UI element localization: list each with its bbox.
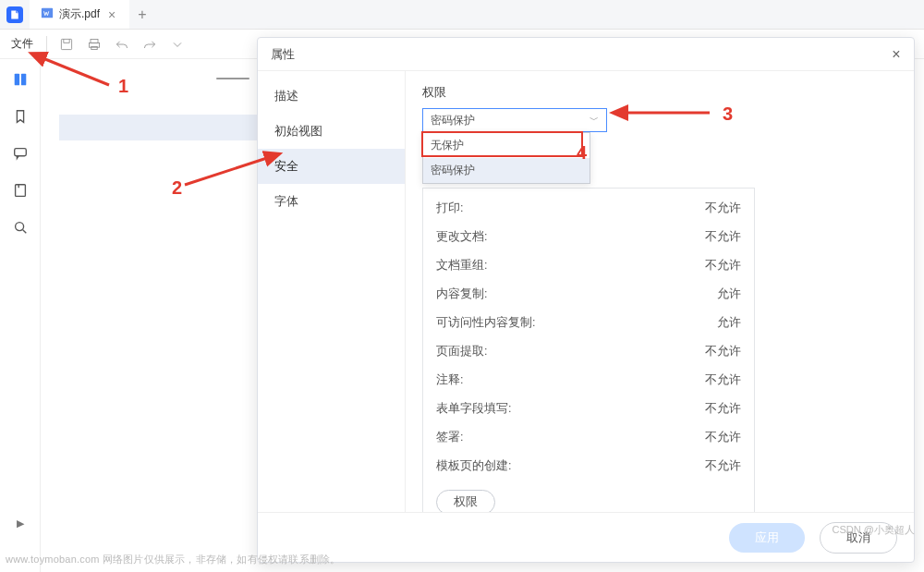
- save-button[interactable]: [55, 32, 79, 56]
- dialog-content: 权限 密码保护 ﹀ 无保护密码保护 打印:不允许更改文档:不允许文档重组:不允许…: [406, 71, 914, 512]
- permission-value: 不允许: [705, 229, 741, 245]
- permission-value: 不允许: [705, 430, 741, 445]
- permission-label: 模板页的创建:: [436, 458, 511, 474]
- dialog-header: 属性 ×: [258, 38, 914, 71]
- svg-rect-7: [14, 149, 26, 156]
- permissions-button[interactable]: 权限: [436, 490, 495, 512]
- section-title: 权限: [422, 84, 897, 101]
- permission-value: 不允许: [705, 201, 741, 216]
- permission-row: 更改文档:不允许: [436, 223, 741, 251]
- permission-label: 页面提取:: [436, 344, 487, 359]
- permission-value: 不允许: [705, 344, 741, 359]
- app-logo: [0, 0, 30, 29]
- protection-select[interactable]: 密码保护 ﹀: [422, 108, 607, 132]
- comments-panel-button[interactable]: [9, 142, 31, 164]
- protection-option[interactable]: 无保护: [423, 133, 590, 158]
- permission-label: 打印:: [436, 201, 463, 216]
- properties-dialog: 属性 × 描述初始视图安全字体 权限 密码保护 ﹀ 无保护密码保护 打印:不允许…: [257, 37, 915, 563]
- svg-rect-6: [20, 74, 25, 86]
- permission-row: 可访问性内容复制:允许: [436, 309, 741, 337]
- svg-rect-5: [14, 74, 18, 86]
- svg-rect-8: [15, 185, 25, 197]
- toolbar-separator: [46, 36, 47, 53]
- permission-value: 不允许: [705, 401, 741, 417]
- sidebar-item-fonts[interactable]: 字体: [258, 184, 405, 219]
- permission-label: 表单字段填写:: [436, 401, 511, 417]
- permission-row: 表单字段填写:不允许: [436, 395, 741, 423]
- svg-point-9: [15, 223, 23, 231]
- permissions-panel: 打印:不允许更改文档:不允许文档重组:不允许内容复制:允许可访问性内容复制:允许…: [422, 188, 755, 512]
- bookmarks-panel-button[interactable]: [9, 105, 31, 128]
- permission-row: 文档重组:不允许: [436, 251, 741, 280]
- attachments-panel-button[interactable]: [9, 179, 31, 201]
- dialog-close-button[interactable]: ×: [888, 46, 905, 63]
- tab-title: 演示.pdf: [59, 6, 100, 22]
- print-button[interactable]: [82, 32, 106, 56]
- permission-label: 可访问性内容复制:: [436, 315, 535, 331]
- permission-row: 签署:不允许: [436, 423, 741, 452]
- dialog-footer: 应用 取消: [258, 512, 914, 562]
- permission-value: 允许: [717, 315, 741, 331]
- dialog-sidebar: 描述初始视图安全字体: [258, 71, 406, 512]
- apply-button[interactable]: 应用: [729, 523, 805, 553]
- new-tab-button[interactable]: +: [129, 0, 155, 29]
- word-doc-icon: [41, 6, 54, 23]
- sidebar-item-security[interactable]: 安全: [258, 149, 405, 184]
- permission-label: 内容复制:: [436, 286, 487, 302]
- permission-value: 不允许: [705, 372, 741, 388]
- permission-label: 更改文档:: [436, 229, 487, 245]
- permission-label: 注释:: [436, 372, 463, 388]
- sidebar-item-initview[interactable]: 初始视图: [258, 114, 405, 149]
- undo-button[interactable]: [110, 32, 134, 56]
- permission-row: 模板页的创建:不允许: [436, 452, 741, 481]
- permission-value: 不允许: [705, 258, 741, 274]
- permission-label: 签署:: [436, 430, 463, 445]
- svg-rect-0: [42, 7, 53, 18]
- redo-button[interactable]: [138, 32, 162, 56]
- permission-label: 文档重组:: [436, 258, 487, 274]
- dialog-title: 属性: [271, 46, 295, 63]
- permission-row: 注释:不允许: [436, 366, 741, 395]
- protection-option[interactable]: 密码保护: [423, 158, 590, 183]
- thumbnails-panel-button[interactable]: [9, 68, 31, 91]
- document-tab[interactable]: 演示.pdf ×: [30, 0, 129, 29]
- permission-value: 不允许: [705, 458, 741, 474]
- file-menu[interactable]: 文件: [6, 32, 39, 55]
- more-dropdown[interactable]: [165, 32, 189, 56]
- pdf-app-icon: [9, 9, 20, 20]
- svg-rect-1: [61, 39, 71, 49]
- svg-rect-2: [91, 39, 98, 43]
- chevron-down-icon: ﹀: [590, 114, 599, 127]
- permission-row: 打印:不允许: [436, 194, 741, 223]
- search-panel-button[interactable]: [9, 216, 31, 238]
- rail-expand-toggle[interactable]: ▶: [17, 517, 24, 529]
- left-sidebar-rail: ▶: [0, 59, 41, 572]
- watermark-bottom-right: CSDN @小奥超人: [833, 523, 915, 537]
- permission-value: 允许: [717, 286, 741, 302]
- protection-dropdown-list: 无保护密码保护: [422, 132, 590, 184]
- tab-close-button[interactable]: ×: [105, 8, 118, 21]
- permission-row: 内容复制:允许: [436, 280, 741, 309]
- title-bar: 演示.pdf × +: [0, 0, 924, 30]
- permission-row: 页面提取:不允许: [436, 337, 741, 366]
- protection-select-value: 密码保护: [431, 113, 475, 128]
- sidebar-item-desc[interactable]: 描述: [258, 79, 405, 114]
- panel-handle[interactable]: [216, 78, 249, 79]
- watermark-bottom-left: www.toymoban.com 网络图片仅供展示，非存储，如有侵权请联系删除。: [6, 553, 340, 566]
